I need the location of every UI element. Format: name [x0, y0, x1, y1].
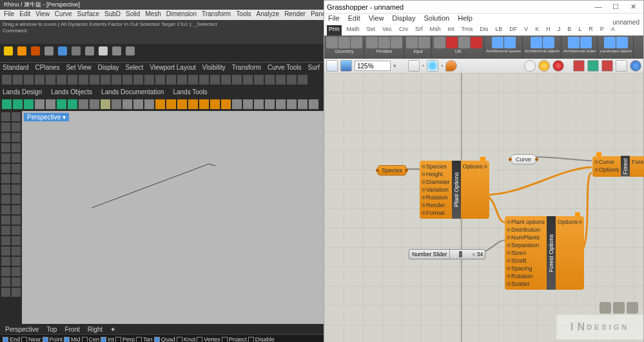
osnap-knot[interactable]: Knot [177, 336, 196, 342]
ribbon-icon[interactable] [446, 37, 458, 48]
tb-icon[interactable] [166, 75, 176, 85]
tb-icon[interactable] [538, 60, 550, 72]
tb-icon[interactable] [101, 99, 110, 109]
slider-handle[interactable] [459, 251, 462, 257]
tb-icon[interactable] [243, 75, 253, 85]
tb-icon[interactable] [13, 75, 23, 85]
gh-menu-file[interactable]: File [328, 14, 340, 25]
tool-icon[interactable] [1, 133, 10, 142]
tab-landsdoc[interactable]: Lands Documentation [101, 88, 164, 96]
tb-icon[interactable] [85, 46, 94, 55]
open-icon[interactable] [326, 60, 338, 72]
tb-icon[interactable] [265, 75, 275, 85]
tb-icon[interactable] [17, 46, 26, 55]
tool-icon[interactable] [12, 133, 21, 142]
ribbon-icon[interactable] [504, 37, 516, 48]
minimize-icon[interactable]: — [590, 3, 606, 10]
tb-icon[interactable] [112, 99, 121, 109]
ribbon-group-primitive[interactable]: Primitive [365, 36, 404, 58]
tab-landsdesign[interactable]: Lands Design [3, 88, 42, 96]
tb-icon[interactable] [177, 99, 187, 109]
tb-icon[interactable] [58, 46, 67, 55]
tool-icon[interactable] [12, 143, 21, 152]
tb-icon[interactable] [24, 75, 34, 85]
tb-icon[interactable] [601, 60, 613, 72]
tabset-standard[interactable]: Standard CPlanes Set View Display Select… [0, 62, 324, 72]
tb-icon[interactable] [210, 99, 220, 109]
tb-icon[interactable] [90, 75, 99, 85]
node-plant-options[interactable]: Species Height Diameter Variation Rotati… [420, 161, 489, 219]
tool-icon[interactable] [12, 154, 21, 163]
ribbon-icon[interactable] [338, 37, 350, 48]
tab-display[interactable]: Display [98, 64, 119, 71]
input-rotation[interactable]: Rotation [506, 272, 545, 280]
tb-icon[interactable] [2, 75, 12, 85]
tb-icon[interactable] [46, 99, 55, 109]
vtab-add[interactable]: ✦ [110, 326, 115, 333]
osnap-near[interactable]: Near [21, 336, 41, 342]
ribbon-tab[interactable]: Srf [413, 25, 425, 35]
canvas-ui-buttons[interactable] [600, 302, 638, 314]
tb-icon[interactable] [126, 46, 135, 55]
close-icon[interactable]: ✕ [625, 3, 641, 11]
input-diameter[interactable]: Diameter [421, 178, 451, 186]
gh-menu-view[interactable]: View [369, 14, 384, 25]
tool-icon[interactable] [1, 277, 10, 287]
gh-ribbon-tabs[interactable]: Prm Math Set Vec Crv Srf Msh Int Trns Di… [324, 25, 643, 35]
tb-icon[interactable] [587, 60, 599, 72]
tb-icon[interactable] [35, 99, 44, 109]
menu-solid[interactable]: Solid [126, 10, 140, 19]
osnap-disable[interactable]: Disable [248, 336, 275, 342]
vtab-top[interactable]: Top [46, 326, 57, 333]
compass-icon[interactable] [600, 302, 611, 314]
ribbon-tab[interactable]: P [598, 25, 606, 35]
ribbon-tab[interactable]: Prm [327, 25, 342, 35]
tool-icon[interactable] [1, 288, 10, 297]
tb-icon[interactable] [524, 60, 536, 72]
number-slider[interactable]: Number Slider ○ 34 [409, 249, 485, 259]
tool-icon[interactable] [1, 123, 10, 132]
gh-title-bar[interactable]: Grasshopper - unnamed — ☐ ✕ [324, 1, 643, 14]
vtab-front[interactable]: Front [64, 326, 79, 333]
tool-icon[interactable] [1, 143, 10, 152]
tb-icon[interactable] [68, 99, 77, 109]
osnap-vertex[interactable]: Vertex [197, 336, 220, 342]
tool-icon[interactable] [1, 205, 10, 214]
menu-view[interactable]: View [35, 10, 50, 19]
ribbon-icon[interactable] [418, 37, 430, 48]
osnap-end[interactable]: End [3, 336, 20, 342]
tab-standard[interactable]: Standard [3, 64, 29, 71]
ribbon-tab[interactable]: B [565, 25, 573, 35]
tb-icon[interactable] [232, 75, 242, 85]
rhino-menu[interactable]: File Edit View Curve Surface SubD Solid … [0, 10, 324, 20]
ribbon-tab[interactable]: R [587, 25, 595, 35]
tabset-lands[interactable]: Lands Design Lands Objects Lands Documen… [0, 86, 324, 97]
ribbon-icon[interactable] [568, 37, 580, 48]
input-plantoptions[interactable]: Plant options [506, 218, 545, 226]
ribbon-tab[interactable]: A [609, 25, 617, 35]
tab-setview[interactable]: Set View [66, 64, 91, 71]
tool-icon[interactable] [1, 226, 10, 235]
tb-icon[interactable] [133, 99, 143, 109]
tb-icon[interactable] [265, 99, 275, 109]
tool-icon[interactable] [12, 205, 21, 214]
ribbon-group-arch-styles[interactable]: Architectural styles [562, 36, 598, 58]
tab-landstools[interactable]: Lands Tools [173, 88, 207, 96]
tb-icon[interactable] [2, 99, 12, 109]
tb-icon[interactable] [90, 99, 99, 109]
ribbon-icon[interactable] [580, 37, 592, 48]
gh-menu-display[interactable]: Display [392, 14, 415, 25]
ribbon-group-input[interactable]: Input [405, 36, 432, 58]
slider-track[interactable]: ○ 34 [450, 250, 485, 259]
tab-cplanes[interactable]: CPlanes [35, 64, 60, 71]
tb-icon[interactable] [144, 99, 154, 109]
tool-icon[interactable] [12, 246, 21, 256]
menu-render[interactable]: Render [284, 10, 306, 19]
tb-icon[interactable] [199, 75, 209, 85]
tool-icon[interactable] [12, 257, 21, 266]
tool-icon[interactable] [1, 216, 10, 225]
tb-icon[interactable] [221, 75, 231, 85]
tb-icon[interactable] [232, 99, 242, 109]
perspective-viewport[interactable]: Perspective ▾ [22, 111, 324, 324]
menu-dimension[interactable]: Dimension [166, 10, 197, 19]
